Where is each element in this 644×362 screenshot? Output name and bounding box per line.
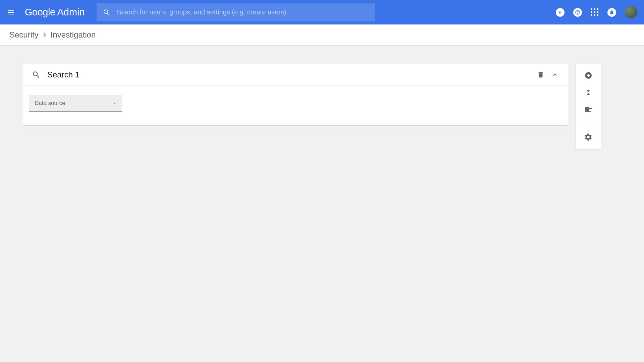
app-header: Google Admin 8: [0, 0, 644, 24]
account-badge-icon[interactable]: 8: [556, 8, 565, 17]
apps-icon[interactable]: [591, 8, 599, 16]
card-title: Search 1: [47, 70, 79, 79]
help-icon[interactable]: [573, 8, 582, 17]
card-header-actions: [537, 71, 558, 78]
search-icon: [103, 8, 111, 16]
user-avatar[interactable]: [625, 6, 637, 18]
search-input[interactable]: [117, 8, 369, 16]
card-body: Data source: [22, 86, 568, 125]
chevron-right-icon: [41, 31, 49, 39]
notifications-icon[interactable]: [607, 8, 616, 17]
search-icon: [32, 70, 41, 79]
add-icon[interactable]: [584, 71, 592, 79]
breadcrumb-item-security[interactable]: Security: [9, 30, 39, 40]
content-area: Search 1 Data source: [0, 46, 644, 144]
menu-icon[interactable]: [7, 8, 15, 16]
account-badge-text: 8: [559, 9, 561, 15]
header-actions: 8: [556, 6, 637, 18]
breadcrumb-item-investigation[interactable]: Investigation: [51, 30, 96, 40]
app-logo[interactable]: Google Admin: [25, 7, 85, 18]
divider: [581, 123, 595, 123]
clear-all-icon[interactable]: [584, 106, 592, 114]
card-header: Search 1: [22, 64, 568, 86]
delete-icon[interactable]: [537, 71, 544, 78]
data-source-dropdown[interactable]: Data source: [29, 95, 122, 112]
dropdown-arrow-icon: [112, 101, 116, 105]
collapse-all-icon[interactable]: [585, 89, 592, 96]
logo-google: Google: [25, 7, 55, 18]
search-card: Search 1 Data source: [22, 64, 568, 125]
settings-icon[interactable]: [584, 133, 593, 141]
dropdown-label: Data source: [35, 100, 65, 107]
logo-admin: Admin: [57, 7, 85, 18]
breadcrumb: Security Investigation: [0, 24, 644, 46]
collapse-icon[interactable]: [551, 71, 558, 78]
side-panel: [576, 64, 601, 149]
global-search[interactable]: [97, 3, 375, 21]
